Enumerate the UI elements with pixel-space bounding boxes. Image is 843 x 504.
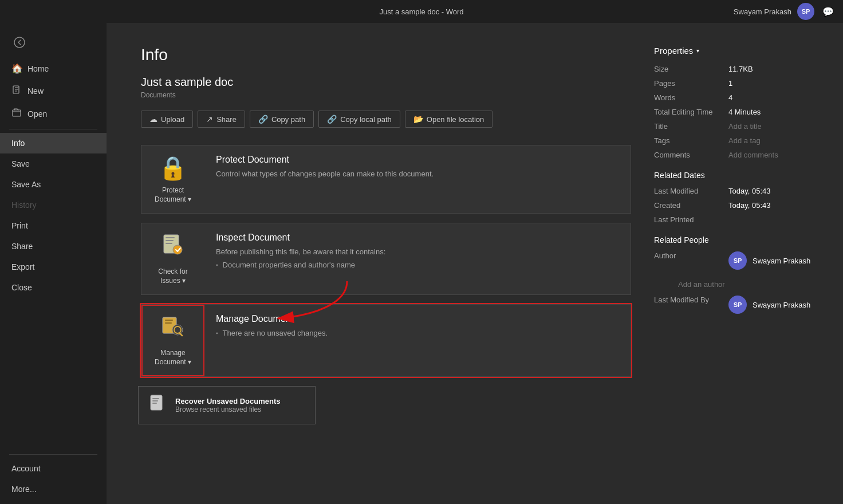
sidebar-item-info[interactable]: Info [0,133,107,153]
prop-editing-time-label: Total Editing Time [654,108,728,116]
home-icon: 🏠 [11,63,22,74]
prop-created-value: Today, 05:43 [728,201,770,210]
prop-last-printed: Last Printed [654,215,814,224]
feedback-icon[interactable]: 💬 [820,3,836,19]
upload-button[interactable]: ☁ Upload [141,111,193,128]
prop-editing-time: Total Editing Time 4 Minutes [654,108,814,116]
content-area: Info Just a sample doc Documents ☁ Uploa… [107,23,843,504]
prop-last-modified-by-label: Last Modified By [654,296,728,318]
prop-comments-label: Comments [654,151,728,159]
manage-icon-box[interactable]: ManageDocument ▾ [141,305,204,376]
sidebar-item-print[interactable]: Print [0,215,107,236]
sidebar-item-new[interactable]: New [0,80,107,103]
manage-wrapper: ManageDocument ▾ Manage Document There a… [141,304,631,424]
copy-local-path-label: Copy local path [340,115,392,124]
content-main: Info Just a sample doc Documents ☁ Uploa… [141,46,631,481]
upload-label: Upload [161,115,184,124]
open-file-location-button[interactable]: 📂 Open file location [405,111,493,128]
svg-rect-10 [165,322,172,324]
author-avatar: SP [728,251,747,270]
prop-comments-value[interactable]: Add comments [728,151,778,159]
svg-rect-5 [166,240,174,241]
manage-content: Manage Document There are no unsaved cha… [204,305,631,346]
page-title: Info [141,46,631,64]
sidebar-item-account[interactable]: Account [0,458,107,479]
svg-point-0 [14,37,25,48]
properties-title: Properties ▾ [654,46,814,56]
recover-unsaved-item[interactable]: Recover Unsaved Documents Browse recent … [139,387,315,424]
recover-text: Recover Unsaved Documents Browse recent … [175,397,281,414]
sidebar-item-new-label: New [27,86,44,96]
manage-list-item: There are no unsaved changes. [216,329,619,337]
inspect-content: Inspect Document Before publishing this … [204,223,631,278]
sidebar-item-save-as[interactable]: Save As [0,174,107,195]
sidebar-bottom: Account More... [0,451,107,499]
manage-dropdown: Recover Unsaved Documents Browse recent … [138,386,316,424]
copy-path-icon: 🔗 [258,115,268,124]
svg-rect-2 [13,110,21,116]
sidebar-item-export-label: Export [11,262,34,271]
doc-location: Documents [141,91,631,99]
protect-icon-box[interactable]: 🔒 ProtectDocument ▾ [141,145,204,213]
prop-words-label: Words [654,93,728,102]
prop-size-value: 11.7KB [728,65,753,73]
sidebar-item-save[interactable]: Save [0,153,107,174]
add-author[interactable]: Add an author [678,280,814,289]
copy-path-button[interactable]: 🔗 Copy path [250,111,314,128]
manage-icon [160,314,186,344]
recover-desc: Browse recent unsaved files [175,405,281,414]
title-bar-right: Swayam Prakash SP 💬 [734,3,836,20]
author-info: SP Swayam Prakash [728,251,810,270]
protect-icon: 🔒 [159,155,187,182]
prop-words-value: 4 [728,93,732,102]
new-icon [11,85,22,97]
sidebar-item-home[interactable]: 🏠 Home [0,57,107,80]
manage-label: ManageDocument ▾ [155,349,191,367]
inspect-icon-box[interactable]: Check forIssues ▾ [141,223,204,294]
svg-rect-15 [152,398,159,399]
open-icon [11,108,22,120]
sidebar-item-close-label: Close [11,283,32,292]
inspect-section: Check forIssues ▾ Inspect Document Befor… [141,223,631,295]
sidebar-item-more[interactable]: More... [0,479,107,499]
prop-pages: Pages 1 [654,79,814,88]
sidebar-item-open[interactable]: Open [0,103,107,125]
recover-icon [148,393,168,417]
sidebar-item-save-label: Save [11,159,30,168]
prop-title: Title Add a title [654,122,814,131]
properties-chevron: ▾ [696,48,699,54]
copy-local-path-button[interactable]: 🔗 Copy local path [318,111,400,128]
inspect-title: Inspect Document [216,233,619,243]
recover-title: Recover Unsaved Documents [175,397,281,405]
last-modified-by-avatar: SP [728,296,747,314]
sidebar-divider-1 [9,129,97,129]
prop-title-value[interactable]: Add a title [728,122,762,131]
sidebar-item-history[interactable]: History [0,195,107,215]
prop-words: Words 4 [654,93,814,102]
prop-author-label: Author [654,251,728,274]
protect-content: Protect Document Control what types of c… [204,145,631,192]
sidebar-item-share-label: Share [11,242,33,251]
user-avatar[interactable]: SP [797,3,814,20]
prop-pages-label: Pages [654,79,728,88]
prop-size: Size 11.7KB [654,65,814,73]
sidebar-item-close[interactable]: Close [0,277,107,298]
back-button[interactable] [9,32,30,53]
prop-created: Created Today, 05:43 [654,201,814,210]
last-modified-by-name: Swayam Prakash [753,301,810,309]
svg-point-7 [173,245,182,254]
protect-section: 🔒 ProtectDocument ▾ Protect Document Con… [141,145,631,214]
svg-rect-16 [152,400,158,401]
sidebar-item-home-label: Home [27,64,49,73]
prop-tags-label: Tags [654,136,728,145]
share-button[interactable]: ↗ Share [198,111,245,128]
prop-last-modified-value: Today, 05:43 [728,187,770,195]
sidebar-item-export[interactable]: Export [0,257,107,277]
sidebar: 🏠 Home New Open Inf [0,23,107,504]
protect-desc: Control what types of changes people can… [216,170,619,178]
prop-last-modified-by-row: Last Modified By SP Swayam Prakash [654,296,814,318]
sidebar-item-history-label: History [11,200,37,210]
sidebar-item-share[interactable]: Share [0,236,107,257]
inspect-list-item-1: Document properties and author's name [216,261,619,269]
prop-tags-value[interactable]: Add a tag [728,136,761,145]
